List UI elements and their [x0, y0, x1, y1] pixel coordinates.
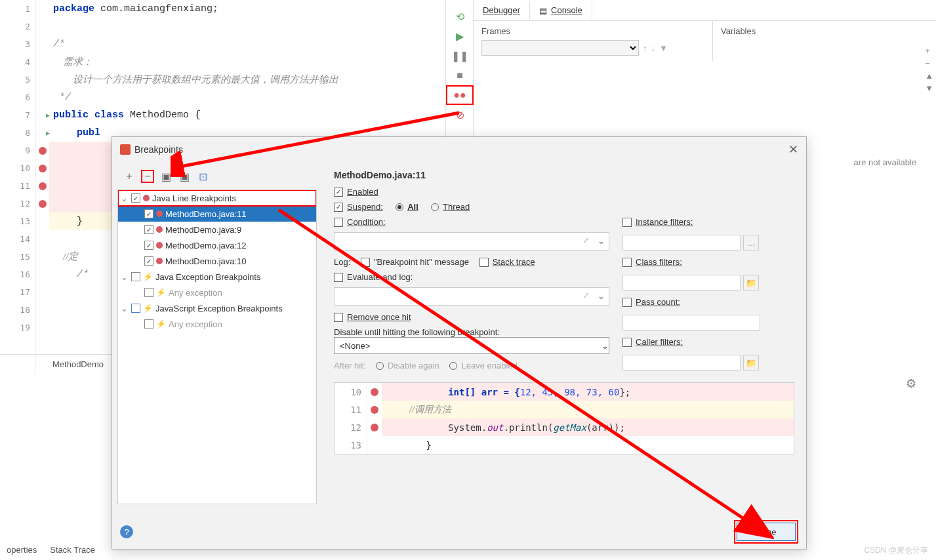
- resume-icon[interactable]: ▶: [446, 26, 474, 46]
- thread-radio[interactable]: [431, 203, 439, 211]
- view-breakpoints-icon[interactable]: ●●: [446, 85, 474, 105]
- tree-item[interactable]: ⚡Any exception: [118, 285, 316, 300]
- condition-input[interactable]: ⤢⌄: [334, 232, 609, 250]
- breakpoint-icon[interactable]: [39, 200, 47, 208]
- breakpoint-icon[interactable]: [39, 147, 47, 155]
- suspend-checkbox[interactable]: [334, 203, 343, 212]
- close-icon[interactable]: ✕: [788, 142, 798, 157]
- browse-icon[interactable]: …: [743, 235, 759, 250]
- instance-input[interactable]: [622, 235, 741, 250]
- stop-icon[interactable]: ■: [446, 66, 474, 85]
- disable-again-radio: [376, 362, 384, 370]
- tree-item[interactable]: MethodDemo.java:9: [118, 222, 316, 237]
- filter-icon[interactable]: ▼: [659, 43, 668, 53]
- breakpoint-icon[interactable]: [39, 165, 47, 172]
- caller-input[interactable]: [622, 355, 741, 370]
- enabled-checkbox[interactable]: [334, 188, 343, 197]
- remove-breakpoint-icon[interactable]: −: [141, 170, 154, 183]
- line-number: 15: [0, 248, 35, 266]
- pass-input[interactable]: [622, 315, 760, 330]
- folder-icon[interactable]: 📁: [743, 275, 759, 290]
- remove-icon[interactable]: −: [925, 58, 933, 68]
- tree-item[interactable]: MethodDemo.java:11: [118, 206, 316, 222]
- file-tab[interactable]: MethodDemo: [46, 357, 110, 372]
- frames-panel: Frames ↑ ↓ ▼: [474, 21, 713, 61]
- done-button[interactable]: Done: [737, 523, 796, 541]
- not-available-text: are not available: [854, 157, 916, 167]
- folder-icon[interactable]: 📁: [743, 355, 759, 370]
- caller-checkbox[interactable]: [622, 338, 632, 347]
- debug-tabs: Debugger ▤Console: [474, 0, 936, 21]
- chevron-down-icon[interactable]: ⌄: [598, 291, 605, 301]
- checkbox[interactable]: [144, 225, 153, 234]
- breakpoint-icon[interactable]: [39, 182, 47, 190]
- arrow-down-icon[interactable]: ↓: [651, 43, 656, 53]
- condition-checkbox[interactable]: [334, 218, 343, 227]
- checkbox[interactable]: [144, 241, 153, 250]
- rerun-icon[interactable]: ⟲: [446, 7, 474, 26]
- tree-group[interactable]: ⌄Java Line Breakpoints: [118, 190, 316, 206]
- tree-group[interactable]: ⌄⚡JavaScript Exception Breakpoints: [118, 300, 316, 316]
- checkbox[interactable]: [144, 256, 153, 266]
- tree-item[interactable]: MethodDemo.java:12: [118, 237, 316, 253]
- tree-item[interactable]: MethodDemo.java:10: [118, 253, 316, 269]
- expand-icon[interactable]: ⤢: [583, 236, 589, 245]
- stacktrace-tab[interactable]: Stack Trace: [50, 545, 95, 555]
- group-icon[interactable]: ▣: [159, 170, 173, 183]
- settings-icon[interactable]: ⚙: [906, 376, 916, 391]
- checkbox[interactable]: [131, 193, 140, 203]
- leave-radio: [449, 362, 457, 370]
- console-tab[interactable]: ▤Console: [530, 1, 592, 20]
- line-number: 1: [0, 0, 35, 18]
- disable-until-label: Disable until hitting the following brea…: [334, 327, 609, 337]
- eval-checkbox[interactable]: [334, 273, 343, 282]
- breakpoint-toolbar: + − ▣ ▣ ⊡: [117, 167, 317, 186]
- run-gutter-icon[interactable]: ▶: [46, 111, 50, 119]
- checkbox[interactable]: [131, 304, 140, 313]
- bphit-checkbox[interactable]: [361, 258, 370, 267]
- expand-icon[interactable]: ⊡: [196, 170, 209, 183]
- pass-checkbox[interactable]: [622, 298, 632, 307]
- breakpoint-icon: [156, 242, 163, 249]
- down-icon[interactable]: ▼: [925, 83, 933, 93]
- class-checkbox[interactable]: [622, 258, 632, 267]
- up-icon[interactable]: ▲: [925, 71, 933, 81]
- detail-title: MethodDemo.java:11: [334, 170, 794, 180]
- checkbox[interactable]: [131, 272, 140, 281]
- disable-until-select[interactable]: <None>⌄: [334, 337, 609, 354]
- variables-label: Variables: [721, 26, 928, 36]
- checkbox[interactable]: [144, 319, 153, 329]
- arrow-up-icon[interactable]: ↑: [643, 43, 647, 53]
- eval-input[interactable]: ⤢⌄: [334, 287, 609, 306]
- tree-item[interactable]: ⚡Any exception: [118, 316, 316, 332]
- tree-group[interactable]: ⌄⚡Java Exception Breakpoints: [118, 269, 316, 285]
- all-radio[interactable]: [396, 203, 403, 211]
- debugger-tab[interactable]: Debugger: [474, 1, 530, 19]
- group2-icon[interactable]: ▣: [178, 170, 191, 183]
- breakpoint-tree[interactable]: ⌄Java Line Breakpoints MethodDemo.java:1…: [117, 190, 317, 504]
- remove-checkbox[interactable]: [334, 313, 343, 322]
- mute-breakpoints-icon[interactable]: ⊘: [446, 105, 474, 125]
- stack-checkbox[interactable]: [479, 258, 489, 267]
- breakpoint-icon: [156, 210, 163, 217]
- run-gutter-icon[interactable]: ▶: [46, 129, 50, 136]
- help-icon[interactable]: ?: [120, 525, 133, 538]
- expand-icon[interactable]: ⤢: [583, 291, 589, 300]
- add-breakpoint-icon[interactable]: +: [123, 170, 136, 183]
- line-number: 6: [0, 89, 35, 106]
- line-number: 9: [0, 142, 35, 159]
- line-number: 12: [0, 195, 35, 212]
- breakpoint-icon: [371, 406, 378, 414]
- properties-tab[interactable]: operties: [7, 545, 37, 555]
- line-number: 18: [0, 301, 35, 319]
- class-input[interactable]: [622, 275, 741, 290]
- line-gutter: 1 2 3 4 5 6 7▶ 8▶ 9 10 11 12 13 14 15 16…: [0, 0, 36, 374]
- pause-icon[interactable]: ❚❚: [446, 46, 474, 66]
- frames-dropdown[interactable]: [481, 40, 639, 56]
- checkbox[interactable]: [144, 209, 153, 218]
- instance-checkbox[interactable]: [622, 218, 632, 227]
- checkbox[interactable]: [144, 288, 153, 297]
- add-icon[interactable]: +: [925, 46, 933, 56]
- chevron-down-icon[interactable]: ⌄: [598, 236, 605, 246]
- breakpoint-gutter[interactable]: [36, 0, 49, 374]
